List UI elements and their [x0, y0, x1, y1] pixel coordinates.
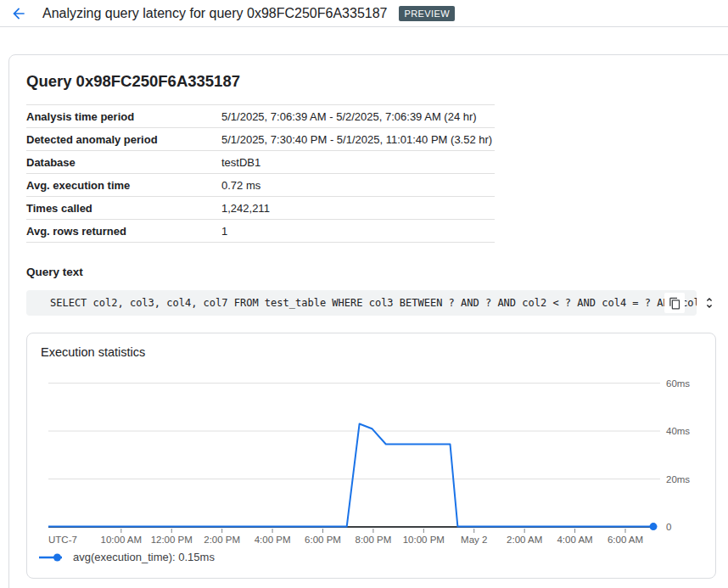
y-axis-label: 60ms	[666, 378, 690, 389]
expand-query-button[interactable]	[703, 294, 716, 312]
detail-label: Database	[26, 156, 221, 169]
x-axis-label: May 2	[461, 535, 487, 545]
x-axis-label: 2:00 PM	[204, 535, 240, 545]
y-axis-label: 0	[666, 522, 671, 532]
page-title: Analyzing query latency for query 0x98FC…	[42, 6, 387, 21]
back-button[interactable]	[8, 3, 29, 24]
query-text-row: SELECT col2, col3, col4, col7 FROM test_…	[26, 290, 716, 316]
table-row: Times called 1,242,211	[26, 197, 495, 220]
table-row: Database testDB1	[26, 151, 495, 174]
x-axis-label: 10:00 AM	[101, 535, 143, 545]
query-card-title: Query 0x98FC250F6A335187	[26, 72, 728, 91]
query-text: SELECT col2, col3, col4, col7 FROM test_…	[50, 297, 697, 309]
copy-button[interactable]	[664, 293, 685, 313]
x-axis-label: 6:00 PM	[305, 535, 341, 545]
detail-value: 1	[221, 225, 227, 238]
x-axis-label: 4:00 AM	[557, 535, 592, 545]
detail-label: Avg. execution time	[26, 179, 221, 192]
query-text-bar: SELECT col2, col3, col4, col7 FROM test_…	[26, 290, 697, 316]
query-analysis-card: Query 0x98FC250F6A335187 Analysis time p…	[8, 54, 728, 588]
table-row: Avg. execution time 0.72 ms	[26, 174, 495, 197]
unfold-more-icon	[703, 296, 716, 310]
detail-label: Avg. rows returned	[26, 225, 221, 238]
detail-value: testDB1	[221, 156, 260, 169]
series-line	[48, 424, 653, 527]
x-axis-label: 8:00 PM	[355, 535, 391, 545]
detail-value: 0.72 ms	[221, 179, 260, 192]
execution-statistics-card: Execution statistics 020ms40ms60ms10:00 …	[26, 333, 716, 579]
x-axis-label: 12:00 PM	[151, 535, 193, 545]
legend-item[interactable]: avg(execution_time): 0.15ms	[39, 551, 215, 563]
x-axis-label: 10:00 PM	[403, 535, 445, 545]
table-row: Analysis time period 5/1/2025, 7:06:39 A…	[26, 105, 495, 128]
app-bar: Analyzing query latency for query 0x98FC…	[0, 0, 728, 27]
table-row: Detected anomaly period 5/1/2025, 7:30:4…	[26, 128, 495, 151]
x-axis-label: 2:00 AM	[507, 535, 542, 545]
detail-label: Detected anomaly period	[26, 133, 221, 146]
detail-value: 5/1/2025, 7:06:39 AM - 5/2/2025, 7:06:39…	[221, 110, 477, 123]
table-row: Avg. rows returned 1	[26, 220, 495, 243]
query-text-heading: Query text	[26, 266, 728, 278]
legend-marker-icon	[39, 552, 64, 563]
y-axis-label: 20ms	[666, 474, 690, 484]
x-axis-label: 6:00 AM	[608, 535, 643, 545]
detail-value: 5/1/2025, 7:30:40 PM - 5/1/2025, 11:01:4…	[221, 133, 492, 146]
x-axis-timezone-label: UTC-7	[48, 535, 77, 545]
legend-label: avg(execution_time): 0.15ms	[73, 551, 215, 563]
content-copy-icon	[669, 297, 681, 310]
detail-value: 1,242,211	[221, 202, 270, 215]
arrow-back-icon	[10, 5, 27, 22]
detail-label: Analysis time period	[26, 110, 221, 123]
y-axis-label: 40ms	[666, 426, 690, 436]
preview-badge: PREVIEW	[399, 6, 455, 21]
execution-chart: 020ms40ms60ms10:00 AM12:00 PM2:00 PM4:00…	[27, 333, 715, 578]
detail-label: Times called	[26, 202, 221, 215]
query-details-table: Analysis time period 5/1/2025, 7:06:39 A…	[26, 104, 495, 243]
x-axis-label: 4:00 PM	[255, 535, 291, 545]
series-end-marker	[650, 523, 658, 530]
